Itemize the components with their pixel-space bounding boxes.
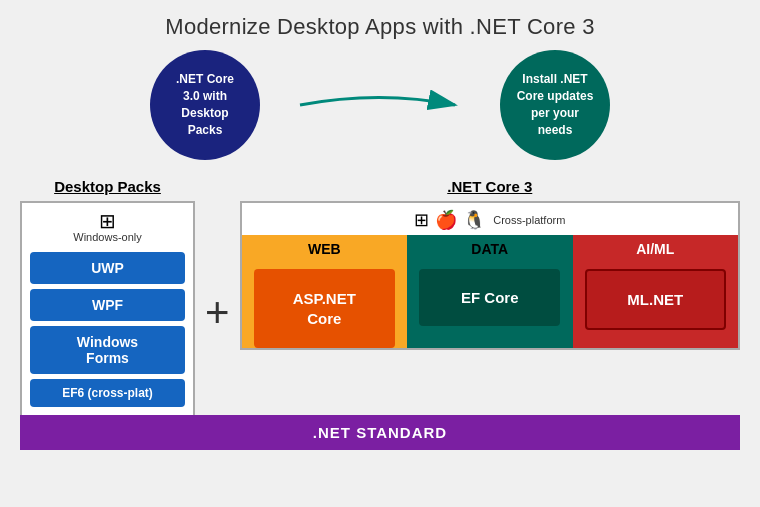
plus-icon: + <box>205 289 230 337</box>
windows-platform-icon: ⊞ <box>414 209 429 231</box>
windows-logo-icon: ⊞ <box>99 211 116 231</box>
linux-platform-icon: 🐧 <box>463 209 485 231</box>
windows-forms-button: WindowsForms <box>30 326 185 374</box>
cross-platform-row: ⊞ 🍎 🐧 Cross-platform <box>242 203 738 235</box>
platform-icons: ⊞ 🍎 🐧 <box>414 209 485 231</box>
net-standard-bar: .NET STANDARD <box>20 415 740 450</box>
cross-platform-label: Cross-platform <box>493 214 565 226</box>
netcore-wrapper: .NET Core 3 ⊞ 🍎 🐧 Cross-platform WEB ASP… <box>240 178 740 350</box>
aspnet-core-button: ASP.NETCore <box>254 269 395 348</box>
uwp-button: UWP <box>30 252 185 284</box>
diagram-section: Desktop Packs ⊞ Windows-only UWP WPF Win… <box>20 178 740 417</box>
desktop-packs-box: ⊞ Windows-only UWP WPF WindowsForms EF6 … <box>20 201 195 417</box>
flow-section: .NET Core3.0 withDesktopPacks Install .N… <box>150 50 610 160</box>
flow-arrow <box>290 85 470 125</box>
desktop-packs-wrapper: Desktop Packs ⊞ Windows-only UWP WPF Win… <box>20 178 195 417</box>
mlnet-button: ML.NET <box>585 269 726 330</box>
windows-only-label: Windows-only <box>73 231 141 243</box>
efcore-button: EF Core <box>419 269 560 326</box>
aiml-column: AI/ML ML.NET <box>573 235 738 348</box>
page-title: Modernize Desktop Apps with .NET Core 3 <box>165 14 595 40</box>
circle-install-dotnet: Install .NETCore updatesper yourneeds <box>500 50 610 160</box>
netcore-box: ⊞ 🍎 🐧 Cross-platform WEB ASP.NETCore DAT… <box>240 201 740 350</box>
wpf-button: WPF <box>30 289 185 321</box>
circle-left-text: .NET Core3.0 withDesktopPacks <box>176 71 234 138</box>
netcore-title: .NET Core 3 <box>447 178 532 195</box>
web-header: WEB <box>308 235 341 261</box>
columns-row: WEB ASP.NETCore DATA EF Core AI/ML ML.NE… <box>242 235 738 348</box>
circle-right-text: Install .NETCore updatesper yourneeds <box>517 71 594 138</box>
apple-platform-icon: 🍎 <box>435 209 457 231</box>
circle-dotnet-core: .NET Core3.0 withDesktopPacks <box>150 50 260 160</box>
data-header: DATA <box>471 235 508 261</box>
aiml-header: AI/ML <box>636 235 674 261</box>
web-column: WEB ASP.NETCore <box>242 235 407 348</box>
desktop-packs-title: Desktop Packs <box>54 178 161 195</box>
windows-only-row: ⊞ Windows-only <box>73 211 141 243</box>
data-column: DATA EF Core <box>407 235 572 348</box>
ef6-button: EF6 (cross-plat) <box>30 379 185 407</box>
